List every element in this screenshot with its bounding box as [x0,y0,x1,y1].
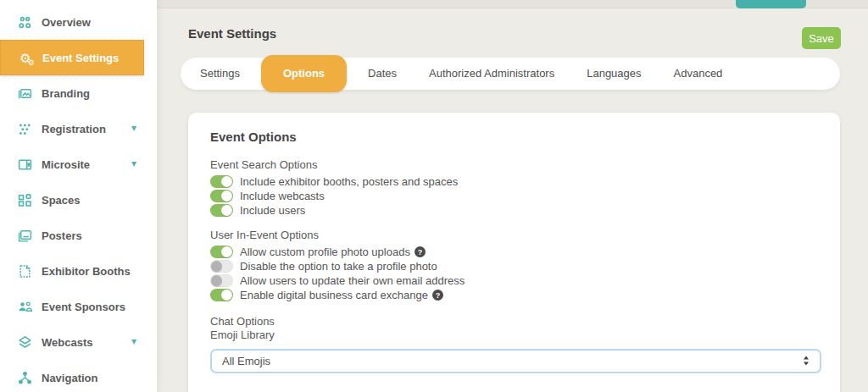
sidebar-item-label: Registration [42,123,106,135]
sidebar-item-overview[interactable]: Overview ▾ [0,4,157,40]
toggle-row-include-users: Include users ? [210,203,821,218]
toggle-switch[interactable] [210,246,233,258]
tab-settings[interactable]: Settings [184,58,256,90]
sidebar-item-label: Event Sponsors [42,301,125,313]
branding-image-icon [17,86,32,101]
posters-icon [17,228,32,243]
tab-dates[interactable]: Dates [352,58,413,90]
sidebar-item-label: Microsite [42,158,90,171]
sidebar-item-branding[interactable]: Branding ▾ [0,75,157,111]
tab-options[interactable]: Options [261,55,347,92]
sidebar-item-label: Posters [42,229,82,242]
chevron-down-icon[interactable]: ▾ [131,122,136,134]
tab-advanced[interactable]: Advanced [658,58,739,90]
sidebar-item-label: Event Settings [42,52,119,64]
sidebar: Overview ▾ ⚙⚙ Event Settings ▾ Branding … [0,0,157,392]
toggle-switch[interactable] [210,289,233,301]
section-label-chat-options: Chat Options [210,315,821,329]
toggle-switch[interactable] [210,274,233,287]
field-label-emoji-library: Emoji Library [210,329,821,342]
spaces-grid-icon [17,192,32,207]
toggle-row-business-card-exchange: Enable digital business card exchange ? [210,288,821,302]
chevron-down-icon[interactable]: ▾ [131,157,136,169]
toggle-row-disable-take-photo: Disable the option to take a profile pho… [210,259,821,273]
topbar-teal-button[interactable] [736,0,806,8]
sidebar-item-microsite[interactable]: Microsite ▾ [0,146,157,182]
top-bar [157,0,868,8]
sidebar-item-posters[interactable]: Posters ▾ [0,218,157,253]
toggle-row-profile-photo-uploads: Allow custom profile photo uploads ? [210,245,821,259]
overview-icon [17,14,32,30]
toggle-knob [211,261,222,272]
sidebar-item-label: Spaces [42,194,81,207]
select-updown-icon [803,354,810,369]
toggle-knob [221,290,232,301]
microsite-window-icon [17,157,32,172]
webcasts-layers-icon [17,334,32,350]
toggle-knob [221,205,232,216]
sidebar-item-navigation[interactable]: Navigation ▾ [0,360,157,392]
sidebar-item-spaces[interactable]: Spaces ▾ [0,182,157,218]
save-button[interactable]: Save [802,27,841,49]
toggle-row-include-webcasts: Include webcasts ? [210,189,821,203]
toggle-switch[interactable] [210,175,233,188]
toggle-row-include-exhibitor: Include exhibitor booths, posters and sp… [210,174,821,189]
tab-authorized-administrators[interactable]: Authorized Administrators [413,58,570,90]
tab-languages[interactable]: Languages [570,58,657,90]
sidebar-item-label: Exhibitor Booths [42,265,131,278]
event-settings-page: Overview ▾ ⚙⚙ Event Settings ▾ Branding … [0,0,868,392]
event-sponsors-icon [17,299,32,314]
sidebar-item-event-settings[interactable]: ⚙⚙ Event Settings ▾ [0,40,144,75]
page-title: Event Settings [188,26,276,41]
chevron-down-icon[interactable]: ▾ [131,335,136,347]
toggle-knob [221,176,232,187]
section-label-event-search-options: Event Search Options [210,158,821,171]
sidebar-item-label: Webcasts [42,336,92,349]
toggle-knob [221,246,232,257]
navigation-node-icon [17,370,32,385]
event-options-card: Event Options Event Search Options Inclu… [188,113,840,392]
toggle-knob [211,275,222,286]
toggle-switch[interactable] [210,204,233,217]
section-label-user-in-event-options: User In-Event Options [210,229,821,241]
card-title: Event Options [210,130,821,144]
sidebar-item-label: Branding [42,87,90,100]
emoji-library-select[interactable]: All Emojis [210,349,821,373]
help-icon[interactable]: ? [432,290,443,301]
toggle-knob [221,190,232,202]
select-value: All Emojis [222,355,270,367]
toggle-switch[interactable] [210,190,233,202]
help-icon[interactable]: ? [415,246,426,257]
sidebar-item-registration[interactable]: Registration ▾ [0,111,157,146]
exhibitor-booths-icon [17,263,32,279]
sidebar-item-label: Navigation [42,372,97,384]
registration-icon [17,121,32,136]
sidebar-item-webcasts[interactable]: Webcasts ▾ [0,324,157,360]
tab-bar: Settings Options Dates Authorized Admini… [181,58,840,90]
sidebar-item-label: Overview [42,16,91,29]
sidebar-item-exhibitor-booths[interactable]: Exhibitor Booths ▾ [0,253,157,289]
toggle-row-update-email: Allow users to update their own email ad… [210,273,821,288]
toggle-switch[interactable] [210,260,233,273]
sidebar-item-event-sponsors[interactable]: Event Sponsors ▾ [0,289,157,324]
gear-icon: ⚙⚙ [18,50,33,65]
